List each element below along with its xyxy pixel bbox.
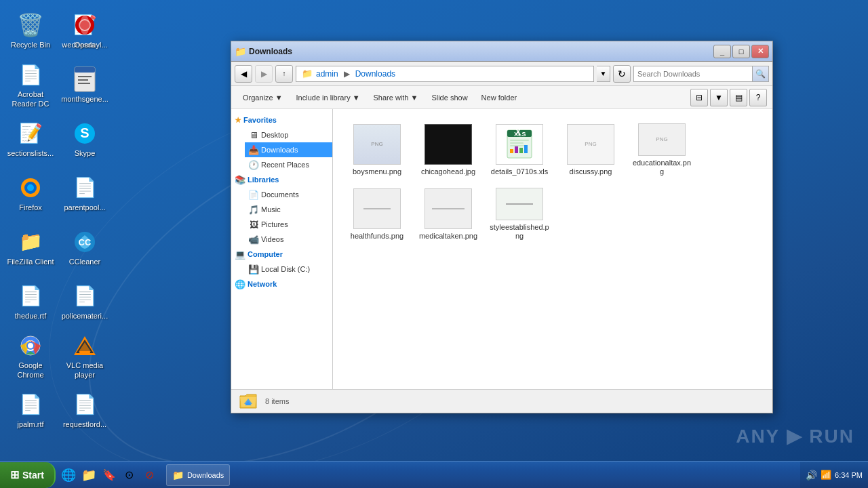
file-educationaltax[interactable]: PNG educationaltax.png bbox=[628, 119, 696, 180]
parentpool-icon: 📄 bbox=[71, 174, 98, 201]
music-tree-icon: 🎵 bbox=[248, 205, 259, 215]
favorites-header[interactable]: ★ Favorites bbox=[231, 113, 332, 127]
search-input[interactable] bbox=[634, 70, 752, 78]
downloads-tree-icon: 📥 bbox=[248, 145, 259, 155]
view-change-button[interactable]: ⊟ bbox=[690, 89, 708, 106]
start-button[interactable]: ⊞ Start bbox=[0, 462, 56, 488]
libraries-children: 📄 Documents 🎵 Music 🖼 Pictures 📹 Videos bbox=[231, 187, 332, 247]
desktop-icon-requestlord[interactable]: 📄 requestlord... bbox=[58, 383, 112, 437]
search-button[interactable]: 🔍 bbox=[752, 66, 768, 81]
network-tree-label: Network bbox=[248, 280, 277, 288]
tree-item-videos[interactable]: 📹 Videos bbox=[245, 232, 332, 247]
network-systray-icon[interactable]: 📶 bbox=[821, 470, 831, 480]
libraries-header[interactable]: 📚 Libraries bbox=[231, 172, 332, 187]
educationaltax-thumbnail: PNG bbox=[638, 123, 686, 156]
favorites-star-icon: ★ bbox=[235, 116, 241, 125]
organize-button[interactable]: Organize ▼ bbox=[237, 89, 289, 106]
desktop-icon-parentpool[interactable]: 📄 parentpool... bbox=[58, 166, 112, 220]
computer-tree-label: Computer bbox=[248, 250, 283, 258]
svg-point-2 bbox=[27, 184, 34, 191]
policemateri-label: policemateri... bbox=[62, 312, 108, 321]
start-label: Start bbox=[22, 470, 44, 481]
include-library-button[interactable]: Include in library ▼ bbox=[290, 89, 366, 106]
slide-show-button[interactable]: Slide show bbox=[425, 89, 473, 106]
file-styleestablished[interactable]: styleestablished.png bbox=[486, 184, 553, 245]
include-library-label: Include in library bbox=[296, 94, 351, 102]
taskbar-alert-icon[interactable]: ⊘ bbox=[140, 466, 159, 485]
chicagohead-name: chicagohead.jpg bbox=[421, 167, 475, 176]
toolbar: Organize ▼ Include in library ▼ Share wi… bbox=[231, 86, 772, 109]
acrobat-icon: 📄 bbox=[17, 61, 44, 88]
nav-tree: ★ Favorites 🖥 Desktop 📥 Downloads 🕐 Rece… bbox=[231, 109, 333, 389]
file-chicagohead[interactable]: chicagohead.jpg bbox=[414, 119, 482, 180]
taskbar-chrome-quick-icon[interactable]: ⊙ bbox=[120, 466, 139, 485]
taskbar-ie-icon[interactable]: 🌐 bbox=[59, 466, 78, 485]
address-field[interactable]: 📁 admin ▶ Downloads bbox=[296, 66, 594, 82]
svg-rect-28 bbox=[510, 142, 524, 144]
volume-icon[interactable]: 🔊 bbox=[806, 470, 817, 481]
desktop-icon-recycle-bin[interactable]: 🗑️ Recycle Bin bbox=[3, 3, 58, 58]
tree-item-documents[interactable]: 📄 Documents bbox=[245, 187, 332, 202]
discussy-name: discussy.png bbox=[570, 167, 612, 176]
address-dropdown-button[interactable]: ▼ bbox=[597, 66, 610, 82]
preview-pane-button[interactable]: ▤ bbox=[730, 89, 747, 106]
close-button[interactable]: ✕ bbox=[751, 45, 769, 58]
clock-display[interactable]: 6:34 PM bbox=[835, 471, 863, 479]
thedue-label: thedue.rtf bbox=[15, 312, 46, 321]
computer-header[interactable]: 💻 Computer bbox=[231, 247, 332, 262]
tree-item-downloads[interactable]: 📥 Downloads bbox=[245, 142, 332, 157]
new-folder-label: New folder bbox=[481, 94, 517, 102]
desktop-icon-vlc[interactable]: VLC media player bbox=[58, 329, 112, 383]
desktop-icon-sectionslists[interactable]: 📝 sectionslists... bbox=[3, 112, 58, 166]
svg-text:CC: CC bbox=[79, 237, 92, 247]
desktop-icon-acrobat[interactable]: 📄 Acrobat Reader DC bbox=[3, 58, 58, 112]
refresh-button[interactable]: ↻ bbox=[613, 65, 631, 83]
file-boysmenu[interactable]: PNG boysmenu.png bbox=[343, 119, 411, 180]
tree-item-recent-places[interactable]: 🕐 Recent Places bbox=[245, 157, 332, 172]
help-button[interactable]: ? bbox=[749, 89, 767, 106]
desktop-icon-ccleaner[interactable]: CC CCleaner bbox=[58, 220, 112, 274]
windows-orb-icon: ⊞ bbox=[10, 468, 19, 481]
monthsgene-icon bbox=[71, 66, 98, 93]
desktop-icon-opera[interactable]: Opera bbox=[58, 3, 112, 58]
maximize-button[interactable]: □ bbox=[732, 45, 750, 58]
file-discussy[interactable]: PNG discussy.png bbox=[557, 119, 625, 180]
tree-item-local-disk[interactable]: 💾 Local Disk (C:) bbox=[245, 262, 332, 277]
desktop-icon-skype[interactable]: S Skype bbox=[58, 112, 112, 166]
breadcrumb-downloads[interactable]: Downloads bbox=[355, 69, 395, 79]
breadcrumb-admin[interactable]: admin bbox=[316, 69, 338, 79]
desktop-icon-thedue[interactable]: 📄 thedue.rtf bbox=[3, 274, 58, 329]
back-button[interactable]: ◀ bbox=[235, 65, 252, 83]
desktop-icon-jpalm[interactable]: 📄 jpalm.rtf bbox=[3, 383, 58, 437]
desktop-icon-monthsgene[interactable]: monthsgene... bbox=[58, 58, 112, 112]
chrome-icon bbox=[17, 332, 44, 359]
network-header[interactable]: 🌐 Network bbox=[231, 277, 332, 291]
up-button[interactable]: ↑ bbox=[275, 65, 293, 83]
desktop-icon-firefox[interactable]: Firefox bbox=[3, 166, 58, 220]
content-area: ★ Favorites 🖥 Desktop 📥 Downloads 🕐 Rece… bbox=[231, 109, 772, 389]
tree-item-pictures[interactable]: 🖼 Pictures bbox=[245, 217, 332, 232]
chicagohead-thumbnail bbox=[425, 124, 472, 165]
new-folder-button[interactable]: New folder bbox=[475, 89, 524, 106]
pictures-tree-label: Pictures bbox=[261, 220, 288, 228]
file-details-xls[interactable]: XLS X details_07 bbox=[486, 119, 553, 180]
libraries-label: Libraries bbox=[248, 176, 279, 184]
taskbar-downloads-item[interactable]: 📁 Downloads bbox=[166, 464, 230, 486]
view-dropdown-button[interactable]: ▼ bbox=[710, 89, 728, 106]
jpalm-icon: 📄 bbox=[17, 391, 44, 418]
file-healthfunds[interactable]: healthfunds.png bbox=[343, 184, 411, 245]
forward-button[interactable]: ▶ bbox=[255, 65, 273, 83]
taskbar-bookmark-icon[interactable]: 🔖 bbox=[100, 466, 119, 485]
title-bar: 📁 Downloads _ □ ✕ bbox=[231, 41, 772, 62]
taskbar-folder-icon[interactable]: 📁 bbox=[79, 466, 98, 485]
desktop-icon-filezilla[interactable]: 📁 FileZilla Client bbox=[3, 220, 58, 274]
file-medicaltaken[interactable]: medicaltaken.png bbox=[414, 184, 482, 245]
desktop-icon-chrome[interactable]: Google Chrome bbox=[3, 329, 58, 383]
minimize-button[interactable]: _ bbox=[713, 45, 731, 58]
share-with-label: Share with bbox=[374, 94, 409, 102]
acrobat-label: Acrobat Reader DC bbox=[7, 90, 54, 108]
desktop-icon-policemateri[interactable]: 📄 policemateri... bbox=[58, 274, 112, 329]
tree-item-desktop[interactable]: 🖥 Desktop bbox=[245, 127, 332, 142]
tree-item-music[interactable]: 🎵 Music bbox=[245, 202, 332, 217]
share-with-button[interactable]: Share with ▼ bbox=[368, 89, 425, 106]
